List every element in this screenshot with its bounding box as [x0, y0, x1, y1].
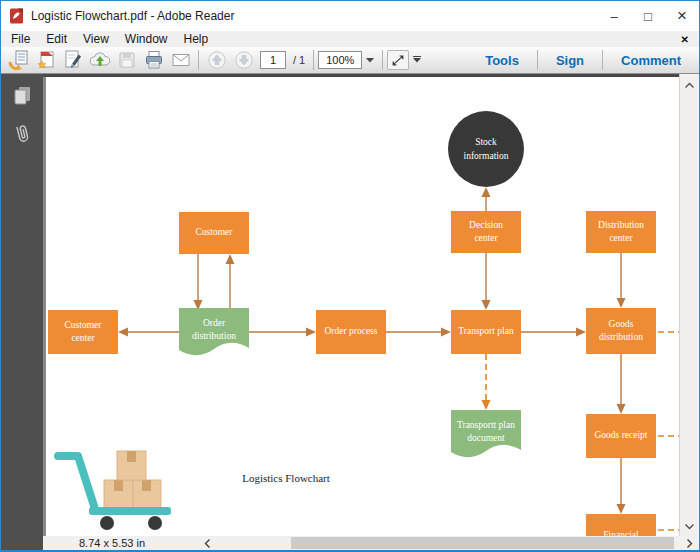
page-dimensions-label: 8.74 x 5.53 in: [79, 536, 145, 550]
document-pane: Stock information Customer Decision cent…: [43, 74, 699, 536]
chevron-down-icon: [365, 56, 375, 64]
sidebar-corner: [1, 536, 43, 550]
flowchart-node-financial: Financial: [586, 514, 656, 536]
close-button[interactable]: ×: [665, 1, 699, 31]
view-options-button[interactable]: [409, 50, 425, 70]
close-document-icon[interactable]: ✕: [681, 34, 689, 45]
toolbar: / 1 Tools Sign Comment: [1, 47, 699, 74]
previous-page-icon: [207, 50, 227, 70]
window-title: Logistic Flowchart.pdf - Adobe Reader: [31, 9, 597, 23]
node-label: Order process: [324, 325, 377, 338]
node-label: Transport plan: [458, 325, 513, 338]
menu-window[interactable]: Window: [117, 31, 176, 47]
adobe-reader-window: Logistic Flowchart.pdf - Adobe Reader – …: [0, 0, 700, 552]
node-label: Goods receipt: [594, 429, 647, 442]
horizontal-scrollbar[interactable]: [217, 536, 679, 550]
zoom-dropdown-button[interactable]: [362, 50, 378, 70]
toolbar-separator: [198, 50, 199, 70]
chevron-down-icon: [684, 523, 695, 530]
flowchart-caption: Logistics Flowchart: [224, 472, 348, 484]
node-label: Order distribution: [179, 312, 249, 348]
next-page-button[interactable]: [230, 48, 257, 72]
node-label: Customer center: [57, 319, 109, 346]
menu-file[interactable]: File: [3, 31, 38, 47]
node-label: Stock information: [457, 135, 515, 164]
pdf-page: Stock information Customer Decision cent…: [46, 74, 679, 536]
cloud-upload-button[interactable]: [86, 48, 113, 72]
toolbar-separator: [602, 50, 603, 70]
node-label: Goods distribution: [592, 318, 650, 345]
node-label: Decision center: [460, 219, 512, 246]
flowchart-node-customer-center: Customer center: [48, 310, 118, 354]
create-pdf-button[interactable]: [32, 48, 59, 72]
horizontal-scrollbar-thumb[interactable]: [291, 537, 674, 549]
flowchart-node-decision-center: Decision center: [451, 211, 521, 253]
save-button[interactable]: [113, 48, 140, 72]
tools-button[interactable]: Tools: [471, 53, 533, 68]
logistics-cart-illustration: [51, 446, 181, 536]
chevron-up-icon: [684, 82, 695, 89]
cloud-upload-icon: [89, 49, 111, 71]
open-file-icon: [8, 49, 30, 71]
vertical-scrollbar[interactable]: [679, 74, 699, 536]
flowchart-node-goods-distribution: Goods distribution: [586, 308, 656, 354]
scroll-up-button[interactable]: [680, 77, 699, 93]
node-label: Customer: [196, 226, 233, 239]
flowchart-node-order-distribution: Order distribution: [179, 308, 249, 360]
toolbar-separator: [537, 50, 538, 70]
sign-button[interactable]: Sign: [542, 53, 598, 68]
flowchart-node-stock-information: Stock information: [448, 111, 524, 187]
scroll-left-button[interactable]: [197, 536, 217, 550]
scroll-right-button[interactable]: [679, 536, 699, 550]
sign-document-icon: [62, 49, 84, 71]
maximize-button[interactable]: □: [631, 1, 665, 31]
chevron-down-icon: [412, 56, 422, 64]
flowchart-node-transport-plan-document: Transportt plan document: [451, 410, 521, 462]
menu-help[interactable]: Help: [176, 31, 217, 47]
node-label: Transportt plan document: [451, 414, 521, 450]
flowchart-node-order-process: Order process: [316, 310, 386, 354]
content-area: Stock information Customer Decision cent…: [1, 74, 699, 536]
flowchart-node-customer: Customer: [179, 212, 249, 254]
zoom-level-input[interactable]: [318, 51, 362, 69]
save-icon: [116, 49, 138, 71]
toolbar-separator: [313, 50, 314, 70]
flowchart-node-goods-receipt: Goods receipt: [586, 414, 656, 458]
toolbar-separator: [382, 50, 383, 70]
menu-view[interactable]: View: [75, 31, 117, 47]
navigation-pane: [1, 74, 43, 536]
email-icon: [170, 49, 192, 71]
page-total-label: / 1: [293, 54, 305, 66]
open-file-button[interactable]: [5, 48, 32, 72]
next-page-icon: [234, 50, 254, 70]
email-button[interactable]: [167, 48, 194, 72]
status-bar: 8.74 x 5.53 in: [1, 536, 699, 550]
flowchart-node-distribution-center: Distribution center: [586, 211, 656, 253]
previous-page-button[interactable]: [203, 48, 230, 72]
scroll-down-button[interactable]: [680, 518, 699, 534]
page-thumbnails-button[interactable]: [8, 83, 36, 109]
page-thumbnails-icon: [10, 84, 34, 108]
sign-document-button[interactable]: [59, 48, 86, 72]
fit-window-button[interactable]: [387, 50, 409, 70]
comment-button[interactable]: Comment: [607, 53, 695, 68]
paperclip-icon: [8, 120, 36, 151]
print-button[interactable]: [140, 48, 167, 72]
title-bar: Logistic Flowchart.pdf - Adobe Reader – …: [1, 1, 699, 31]
page-number-input[interactable]: [260, 51, 286, 69]
attachments-button[interactable]: [8, 122, 36, 148]
fit-window-icon: [390, 52, 406, 68]
menu-edit[interactable]: Edit: [38, 31, 75, 47]
pdf-file-icon: [9, 8, 25, 24]
node-label: Financial: [603, 529, 638, 536]
menu-bar: File Edit View Window Help ✕: [1, 31, 699, 47]
flowchart-node-transport-plan: Transport plan: [451, 310, 521, 354]
chevron-left-icon: [204, 538, 211, 549]
toolbar-shadow: [43, 74, 699, 77]
node-label: Distribution center: [593, 219, 649, 246]
create-pdf-icon: [35, 49, 57, 71]
minimize-button[interactable]: –: [597, 1, 631, 31]
print-icon: [143, 49, 165, 71]
chevron-right-icon: [686, 538, 693, 549]
